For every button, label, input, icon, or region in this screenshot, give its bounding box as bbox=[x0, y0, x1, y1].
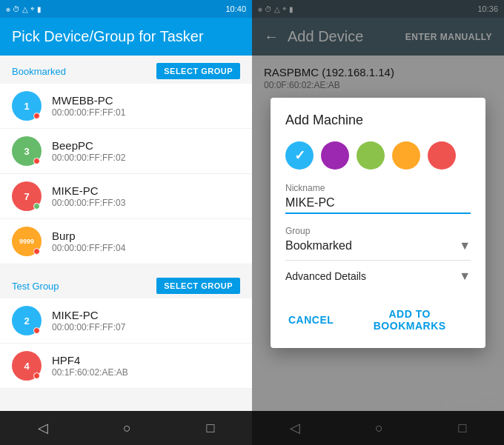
avatar: 7 bbox=[12, 181, 42, 211]
signal-icon: △ bbox=[22, 5, 28, 13]
advanced-chevron-icon: ▼ bbox=[459, 270, 471, 283]
device-info: MIKE-PC 00:00:00:FF:FF:03 bbox=[52, 184, 240, 208]
test-group-device-list: 2 MIKE-PC 00:00:00:FF:FF:07 4 HPF4 00:1F… bbox=[0, 298, 252, 389]
left-header: Pick Device/Group for Tasker bbox=[0, 18, 252, 56]
avatar-label: 2 bbox=[24, 315, 29, 327]
avatar-label: 1 bbox=[24, 101, 29, 112]
status-dot bbox=[33, 248, 40, 255]
status-dot bbox=[33, 203, 40, 210]
add-to-bookmarks-button[interactable]: ADD TO BOOKMARKS bbox=[348, 302, 471, 338]
avatar-label: 9999 bbox=[19, 238, 34, 245]
table-row[interactable]: 7 MIKE-PC 00:00:00:FF:FF:03 bbox=[0, 174, 252, 219]
left-status-bar: ⎈ ⏱ △ ⌖ ▮ 10:40 bbox=[0, 0, 252, 18]
group-label: Group bbox=[285, 226, 471, 236]
avatar-label: 3 bbox=[24, 146, 29, 157]
bookmarked-device-list: 1 MWEBB-PC 00:00:00:FF:FF:01 3 BeepPC 00… bbox=[0, 84, 252, 264]
left-nav-bar: ◁ ○ □ bbox=[0, 411, 252, 445]
avatar: 3 bbox=[12, 136, 42, 166]
nickname-label: Nickname bbox=[285, 183, 471, 193]
test-group-section-header: Test Group SELECT GROUP bbox=[0, 270, 252, 298]
status-dot bbox=[33, 372, 40, 379]
status-dot bbox=[33, 113, 40, 119]
device-name: Burp bbox=[52, 230, 240, 242]
device-name: HPF4 bbox=[52, 354, 240, 367]
device-name: MWEBB-PC bbox=[52, 94, 240, 107]
avatar: 9999 bbox=[12, 227, 42, 256]
group-select[interactable]: Bookmarked ▼ bbox=[285, 239, 471, 261]
color-option-orange[interactable] bbox=[392, 141, 420, 170]
nickname-input[interactable] bbox=[285, 196, 471, 214]
left-status-icons: ⎈ ⏱ △ ⌖ ▮ bbox=[6, 4, 42, 13]
back-nav-icon[interactable]: ◁ bbox=[38, 420, 48, 436]
battery-icon: ▮ bbox=[37, 5, 42, 13]
home-nav-icon[interactable]: ○ bbox=[123, 421, 131, 436]
device-mac: 00:00:00:FF:FF:03 bbox=[52, 198, 240, 208]
color-option-purple[interactable] bbox=[321, 141, 349, 170]
status-dot bbox=[33, 158, 40, 164]
avatar-label: 4 bbox=[24, 361, 29, 372]
device-mac: 00:00:00:FF:FF:02 bbox=[52, 153, 240, 163]
test-group-label: Test Group bbox=[12, 281, 59, 292]
device-mac: 00:00:00:FF:FF:07 bbox=[52, 322, 240, 332]
left-panel: ⎈ ⏱ △ ⌖ ▮ 10:40 Pick Device/Group for Ta… bbox=[0, 0, 252, 445]
add-machine-modal: Add Machine Nickname Group Bookmarked ▼ … bbox=[271, 98, 485, 348]
avatar: 2 bbox=[12, 306, 42, 335]
avatar-label: 7 bbox=[24, 191, 29, 202]
device-info: BeepPC 00:00:00:FF:FF:02 bbox=[52, 139, 240, 163]
color-picker bbox=[285, 141, 471, 170]
device-mac: 00:1F:60:02:AE:AB bbox=[52, 367, 240, 378]
color-option-blue[interactable] bbox=[285, 141, 314, 170]
table-row[interactable]: 4 HPF4 00:1F:60:02:AE:AB bbox=[0, 344, 252, 389]
avatar: 4 bbox=[12, 351, 42, 381]
left-header-title: Pick Device/Group for Tasker bbox=[12, 28, 204, 44]
device-name: MIKE-PC bbox=[52, 184, 240, 197]
dropdown-icon: ▼ bbox=[459, 239, 471, 252]
table-row[interactable]: 2 MIKE-PC 00:00:00:FF:FF:07 bbox=[0, 298, 252, 344]
table-row[interactable]: 3 BeepPC 00:00:00:FF:FF:02 bbox=[0, 129, 252, 174]
recent-nav-icon[interactable]: □ bbox=[206, 421, 214, 436]
color-option-green[interactable] bbox=[357, 141, 385, 170]
cancel-button[interactable]: CANCEL bbox=[285, 302, 336, 338]
alarm-icon: ⏱ bbox=[13, 5, 20, 13]
modal-actions: CANCEL ADD TO BOOKMARKS bbox=[285, 299, 471, 338]
advanced-label: Advanced Details bbox=[285, 270, 366, 282]
device-info: MIKE-PC 00:00:00:FF:FF:07 bbox=[52, 309, 240, 332]
color-option-red[interactable] bbox=[428, 141, 456, 170]
group-value: Bookmarked bbox=[285, 239, 352, 252]
device-info: MWEBB-PC 00:00:00:FF:FF:01 bbox=[52, 94, 240, 118]
advanced-details-row[interactable]: Advanced Details ▼ bbox=[285, 270, 471, 293]
device-name: MIKE-PC bbox=[52, 309, 240, 321]
table-row[interactable]: 9999 Burp 00:00:00:FF:FF:04 bbox=[0, 219, 252, 264]
device-info: HPF4 00:1F:60:02:AE:AB bbox=[52, 354, 240, 378]
test-group-section: Test Group SELECT GROUP 2 MIKE-PC 00:00:… bbox=[0, 270, 252, 389]
right-panel: ⎈ ⏱ △ ⌖ ▮ 10:36 ← Add Device ENTER MANUA… bbox=[252, 0, 504, 445]
bluetooth-icon: ⎈ bbox=[6, 5, 10, 13]
device-name: BeepPC bbox=[52, 139, 240, 152]
status-dot bbox=[33, 327, 40, 334]
bookmarked-select-group-button[interactable]: SELECT GROUP bbox=[156, 63, 240, 79]
avatar: 1 bbox=[12, 91, 42, 121]
table-row[interactable]: 1 MWEBB-PC 00:00:00:FF:FF:01 bbox=[0, 84, 252, 129]
wifi-icon: ⌖ bbox=[30, 4, 35, 13]
device-mac: 00:00:00:FF:FF:01 bbox=[52, 107, 240, 118]
device-info: Burp 00:00:00:FF:FF:04 bbox=[52, 230, 240, 253]
modal-overlay: Add Machine Nickname Group Bookmarked ▼ … bbox=[252, 0, 504, 445]
bookmarked-label: Bookmarked bbox=[12, 66, 66, 77]
left-time: 10:40 bbox=[225, 4, 246, 13]
test-group-select-group-button[interactable]: SELECT GROUP bbox=[156, 278, 240, 294]
modal-title: Add Machine bbox=[285, 113, 471, 128]
device-mac: 00:00:00:FF:FF:04 bbox=[52, 243, 240, 253]
bookmarked-section-header: Bookmarked SELECT GROUP bbox=[0, 56, 252, 84]
